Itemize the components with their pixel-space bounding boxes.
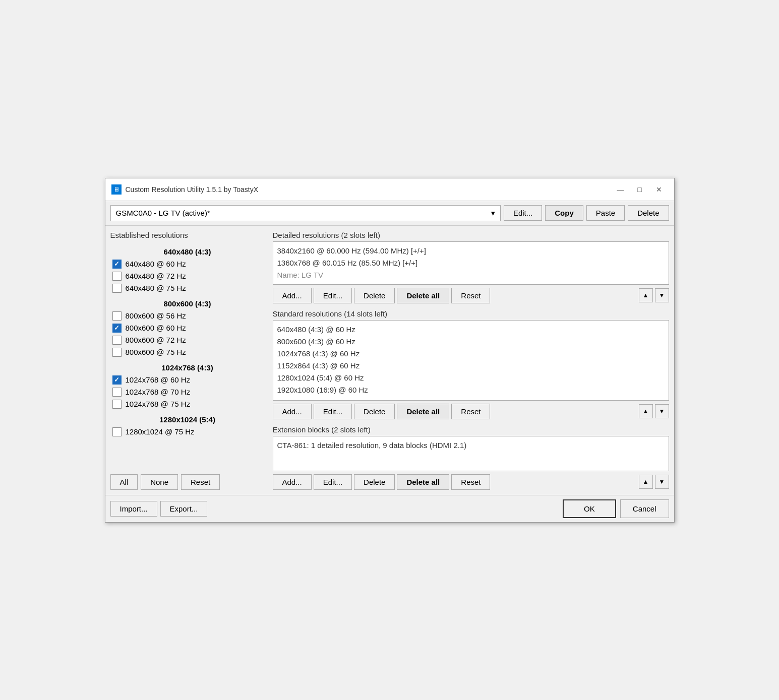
checkbox-640x480-75[interactable] bbox=[112, 284, 122, 293]
edit-button[interactable]: Edit... bbox=[504, 205, 542, 221]
checkbox-1024x768-75[interactable] bbox=[112, 400, 122, 409]
detailed-delete-all-button[interactable]: Delete all bbox=[397, 288, 449, 303]
window-title: Custom Resolution Utility 1.5.1 by Toast… bbox=[126, 185, 259, 194]
list-item: 800x600 @ 72 Hz bbox=[110, 334, 265, 346]
detailed-up-arrow[interactable]: ▲ bbox=[639, 288, 653, 302]
extension-delete-button[interactable]: Delete bbox=[354, 474, 395, 490]
checkbox-800x600-75[interactable] bbox=[112, 348, 122, 357]
bottom-left: Import... Export... bbox=[110, 501, 208, 517]
standard-delete-button[interactable]: Delete bbox=[354, 404, 395, 419]
res-label: 800x600 @ 72 Hz bbox=[126, 336, 186, 344]
res-label: 800x600 @ 56 Hz bbox=[126, 311, 186, 320]
delete-button[interactable]: Delete bbox=[628, 205, 669, 221]
checkbox-800x600-56[interactable] bbox=[112, 311, 122, 321]
checkbox-1280x1024-75[interactable] bbox=[112, 427, 122, 436]
detailed-line-1: 3840x2160 @ 60.000 Hz (594.00 MHz) [+/+] bbox=[277, 245, 665, 257]
group-640x480-title: 640x480 (4:3) bbox=[110, 247, 265, 256]
standard-line-6: 1920x1080 (16:9) @ 60 Hz bbox=[277, 384, 665, 396]
toolbar: GSMC0A0 - LG TV (active)* ▾ Edit... Copy… bbox=[105, 201, 674, 226]
standard-up-arrow[interactable]: ▲ bbox=[639, 404, 653, 418]
detailed-edit-button[interactable]: Edit... bbox=[314, 288, 352, 303]
established-resolutions-label: Established resolutions bbox=[110, 231, 267, 239]
group-1024x768-title: 1024x768 (4:3) bbox=[110, 363, 265, 372]
detailed-label: Detailed resolutions (2 slots left) bbox=[273, 231, 669, 239]
standard-line-2: 800x600 (4:3) @ 60 Hz bbox=[277, 336, 665, 348]
extension-reset-button[interactable]: Reset bbox=[451, 474, 490, 490]
detailed-delete-button[interactable]: Delete bbox=[354, 288, 395, 303]
none-button[interactable]: None bbox=[141, 474, 178, 490]
main-content: Established resolutions 640x480 (4:3) 64… bbox=[105, 226, 674, 495]
all-button[interactable]: All bbox=[110, 474, 138, 490]
import-button[interactable]: Import... bbox=[110, 501, 157, 517]
list-item: 640x480 @ 72 Hz bbox=[110, 270, 265, 282]
close-button[interactable]: ✕ bbox=[650, 182, 668, 197]
detailed-line-2: 1360x768 @ 60.015 Hz (85.50 MHz) [+/+] bbox=[277, 257, 665, 269]
extension-down-arrow[interactable]: ▼ bbox=[655, 475, 669, 489]
standard-controls: Add... Edit... Delete Delete all Reset ▲… bbox=[273, 404, 669, 419]
res-label: 1280x1024 @ 75 Hz bbox=[126, 427, 195, 436]
device-label: GSMC0A0 - LG TV (active)* bbox=[116, 209, 210, 217]
standard-line-4: 1152x864 (4:3) @ 60 Hz bbox=[277, 360, 665, 372]
detailed-add-button[interactable]: Add... bbox=[273, 288, 312, 303]
extension-section: Extension blocks (2 slots left) CTA-861:… bbox=[273, 425, 669, 490]
detailed-controls: Add... Edit... Delete Delete all Reset ▲… bbox=[273, 288, 669, 303]
title-controls: — □ ✕ bbox=[612, 182, 668, 197]
ok-button[interactable]: OK bbox=[563, 499, 616, 518]
checkbox-640x480-60[interactable] bbox=[112, 260, 122, 269]
res-label: 640x480 @ 75 Hz bbox=[126, 284, 186, 292]
checkbox-1024x768-70[interactable] bbox=[112, 388, 122, 397]
standard-delete-all-button[interactable]: Delete all bbox=[397, 404, 449, 419]
extension-line-1: CTA-861: 1 detailed resolution, 9 data b… bbox=[277, 439, 665, 452]
checkbox-640x480-72[interactable] bbox=[112, 272, 122, 281]
list-item: 640x480 @ 60 Hz bbox=[110, 258, 265, 270]
title-bar-left: 🖥 Custom Resolution Utility 1.5.1 by Toa… bbox=[111, 184, 259, 195]
paste-button[interactable]: Paste bbox=[586, 205, 625, 221]
extension-delete-all-button[interactable]: Delete all bbox=[397, 474, 449, 490]
extension-controls: Add... Edit... Delete Delete all Reset ▲… bbox=[273, 474, 669, 490]
detailed-reset-button[interactable]: Reset bbox=[451, 288, 490, 303]
list-item: 1280x1024 @ 75 Hz bbox=[110, 426, 265, 438]
list-item: 1024x768 @ 70 Hz bbox=[110, 386, 265, 398]
list-item: 1024x768 @ 75 Hz bbox=[110, 398, 265, 410]
bottom-bar: Import... Export... OK Cancel bbox=[105, 495, 674, 522]
device-dropdown[interactable]: GSMC0A0 - LG TV (active)* ▾ bbox=[110, 205, 501, 221]
standard-down-arrow[interactable]: ▼ bbox=[655, 404, 669, 418]
list-item: 800x600 @ 56 Hz bbox=[110, 310, 265, 322]
extension-label: Extension blocks (2 slots left) bbox=[273, 425, 669, 434]
res-label: 800x600 @ 60 Hz bbox=[126, 324, 186, 332]
copy-button[interactable]: Copy bbox=[545, 205, 583, 221]
extension-edit-button[interactable]: Edit... bbox=[314, 474, 352, 490]
extension-up-arrow[interactable]: ▲ bbox=[639, 475, 653, 489]
extension-textbox: CTA-861: 1 detailed resolution, 9 data b… bbox=[273, 436, 669, 471]
right-panel: Detailed resolutions (2 slots left) 3840… bbox=[273, 231, 669, 490]
res-label: 1024x768 @ 75 Hz bbox=[126, 400, 191, 408]
detailed-down-arrow[interactable]: ▼ bbox=[655, 288, 669, 302]
checkbox-1024x768-60[interactable] bbox=[112, 375, 122, 385]
standard-section: Standard resolutions (14 slots left) 640… bbox=[273, 309, 669, 419]
group-800x600-title: 800x600 (4:3) bbox=[110, 299, 265, 308]
res-label: 640x480 @ 60 Hz bbox=[126, 260, 186, 268]
bottom-right: OK Cancel bbox=[563, 499, 669, 518]
dropdown-chevron-icon: ▾ bbox=[491, 209, 495, 218]
main-window: 🖥 Custom Resolution Utility 1.5.1 by Toa… bbox=[105, 178, 675, 523]
checkbox-800x600-60[interactable] bbox=[112, 324, 122, 333]
standard-reset-button[interactable]: Reset bbox=[451, 404, 490, 419]
title-bar: 🖥 Custom Resolution Utility 1.5.1 by Toa… bbox=[105, 178, 674, 201]
reset-established-button[interactable]: Reset bbox=[181, 474, 220, 490]
maximize-button[interactable]: □ bbox=[631, 182, 649, 197]
app-icon: 🖥 bbox=[111, 184, 122, 195]
group-1280x1024-title: 1280x1024 (5:4) bbox=[110, 415, 265, 424]
standard-add-button[interactable]: Add... bbox=[273, 404, 312, 419]
cancel-button[interactable]: Cancel bbox=[620, 499, 669, 518]
checkbox-800x600-72[interactable] bbox=[112, 336, 122, 345]
list-item: 800x600 @ 75 Hz bbox=[110, 346, 265, 358]
standard-line-5: 1280x1024 (5:4) @ 60 Hz bbox=[277, 372, 665, 384]
res-label: 1024x768 @ 60 Hz bbox=[126, 375, 191, 384]
extension-add-button[interactable]: Add... bbox=[273, 474, 312, 490]
res-label: 640x480 @ 72 Hz bbox=[126, 272, 186, 280]
export-button[interactable]: Export... bbox=[160, 501, 208, 517]
list-item: 640x480 @ 75 Hz bbox=[110, 282, 265, 294]
left-panel: Established resolutions 640x480 (4:3) 64… bbox=[110, 231, 267, 490]
minimize-button[interactable]: — bbox=[612, 182, 630, 197]
standard-edit-button[interactable]: Edit... bbox=[314, 404, 352, 419]
